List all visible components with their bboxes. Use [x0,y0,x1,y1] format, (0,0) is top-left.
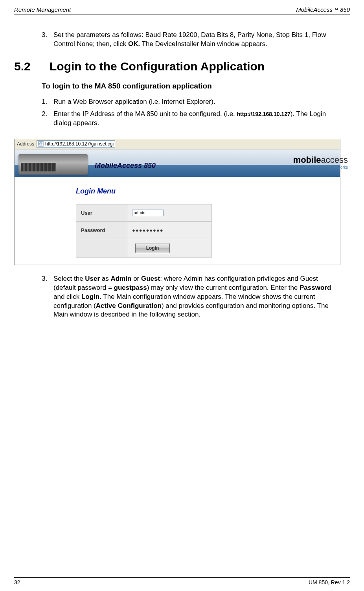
step2-url: http://192.168.10.127 [237,111,290,117]
user-input[interactable] [132,210,164,216]
s3-admin: Admin [111,275,132,282]
device-image [18,154,88,175]
login-table: User Password ●●●●●●●●● [76,204,212,258]
section-title-text: Login to the Configuration Application [50,60,265,73]
user-label: User [76,204,127,221]
step1-text: Run a Web Browser application (i.e. Inte… [53,98,340,107]
intro-text-after: The DeviceInstaller Main window appears. [140,40,267,48]
step-1: 1. Run a Web Browser application (i.e. I… [42,98,340,107]
s3-login: Login. [81,293,101,300]
brand-sub: Networks [293,165,348,169]
intro-paragraph: 3. Set the parameters as follows: Baud R… [42,31,340,49]
table-row: User [76,204,212,221]
doc-revision: UM 850, Rev 1.2 [309,579,350,585]
step3-number: 3. [42,274,53,320]
step2-text: Enter the IP Address of the MA 850 unit … [53,110,340,128]
step2-number: 2. [42,110,53,128]
s3-user: User [85,275,100,282]
s3p5: ) may only view the current configuratio… [147,284,300,291]
s3-guest: Guest [141,275,160,282]
address-url-text: http://192.168.10.127/gainset.cgi [45,141,114,147]
login-button-cell: Login [127,239,212,257]
s3-active: Active Configuration [96,302,162,309]
empty-cell [76,239,127,257]
header-left: Remote Management [14,6,71,13]
table-row: Login [76,239,212,257]
s3-password: Password [300,284,331,291]
s3p3: or [131,275,141,282]
login-form-area: Login Menu User Password ●●●●●●●●● [15,177,340,265]
banner-title: MobileAccess 850 [95,162,156,170]
login-menu-title: Login Menu [76,187,340,195]
ie-page-icon [38,141,44,147]
login-screenshot: Address http://192.168.10.127/gainset.cg… [14,139,340,265]
step-2: 2. Enter the IP Address of the MA 850 un… [42,110,340,128]
s3p1: Select the [53,275,85,282]
intro-number: 3. [42,31,53,49]
address-label: Address [17,141,34,147]
header-rule [14,15,350,15]
brand-bold: mobile [293,155,321,165]
s3p6: and click [53,293,81,300]
login-button[interactable]: Login [135,243,170,253]
page-number: 32 [14,579,20,585]
user-cell [127,204,212,221]
brand-logo: mobileaccess Networks [293,155,348,169]
step3-text: Select the User as Admin or Guest; where… [53,274,340,320]
browser-address-bar: Address http://192.168.10.127/gainset.cg… [15,139,340,149]
section-number: 5.2 [14,60,50,73]
step1-number: 1. [42,98,53,107]
sub-heading: To login to the MA 850 configuration app… [42,82,340,90]
step2-text-before: Enter the IP Address of the MA 850 unit … [53,110,237,118]
s3p2: as [100,275,110,282]
intro-text: Set the parameters as follows: Baud Rate… [53,31,340,49]
section-heading: 5.2 Login to the Configuration Applicati… [14,60,340,73]
brand-light: access [321,155,348,165]
intro-ok: OK. [128,40,140,48]
product-banner: MobileAccess 850 mobileaccess Networks [15,149,340,177]
header-right: MobileAccess™ 850 [296,6,350,13]
step-3: 3. Select the User as Admin or Guest; wh… [42,274,340,320]
table-row: Password ●●●●●●●●● [76,221,212,239]
password-label: Password [76,221,127,239]
password-cell: ●●●●●●●●● [127,221,212,239]
address-input[interactable]: http://192.168.10.127/gainset.cgi [37,140,115,148]
password-input[interactable]: ●●●●●●●●● [132,227,164,233]
s3-guestpass: guestpass [114,284,147,291]
